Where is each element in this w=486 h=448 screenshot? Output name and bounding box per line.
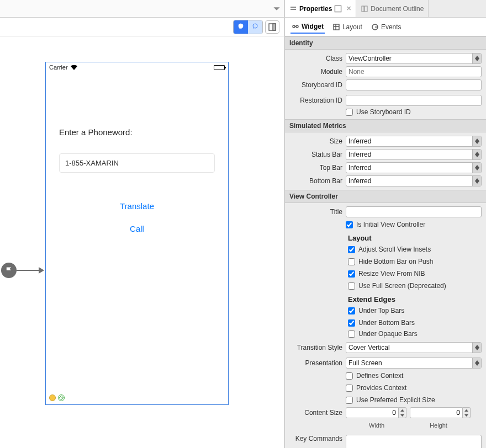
use-full-screen-checkbox[interactable]: Use Full Screen (Deprecated) <box>348 282 446 290</box>
phoneword-input[interactable]: 1-855-XAMARIN <box>59 153 215 173</box>
provides-context-checkbox[interactable]: Provides Context <box>346 384 406 392</box>
svg-rect-3 <box>273 24 276 30</box>
close-icon[interactable]: ✕ <box>346 5 351 12</box>
scene-add-icon[interactable] <box>58 394 65 401</box>
frames-mode-button[interactable] <box>248 20 262 34</box>
svg-rect-8 <box>364 6 367 12</box>
svg-rect-6 <box>335 6 341 12</box>
layout-panel-button[interactable] <box>265 20 279 34</box>
top-bar-select[interactable]: Inferred <box>346 162 482 173</box>
class-select[interactable]: ViewController <box>346 53 482 64</box>
pin-icon[interactable] <box>334 5 342 13</box>
phoneword-label: Enter a Phoneword: <box>59 127 215 137</box>
section-identity: Identity <box>285 36 486 50</box>
widget-icon <box>292 23 299 30</box>
module-field[interactable] <box>346 66 482 77</box>
svg-point-10 <box>296 25 298 28</box>
layout-icon <box>332 23 340 31</box>
under-opaque-checkbox[interactable]: Under Opaque Bars <box>348 330 418 338</box>
defines-context-checkbox[interactable]: Defines Context <box>346 372 403 380</box>
is-initial-checkbox[interactable]: Is Initial View Controller <box>346 221 425 228</box>
document-outline-icon <box>361 5 368 13</box>
wifi-icon <box>70 65 78 71</box>
designer-toolbar <box>0 18 284 36</box>
restoration-id-field[interactable] <box>346 95 482 106</box>
layout-heading: Layout <box>348 234 372 242</box>
svg-point-0 <box>239 24 243 28</box>
dropdown-chevron-icon[interactable] <box>273 5 281 13</box>
panel-tabs: Properties ✕ Document Outline <box>285 0 486 18</box>
constraints-mode-button[interactable] <box>234 20 248 34</box>
under-bottom-checkbox[interactable]: Under Bottom Bars <box>348 319 415 327</box>
transition-select[interactable]: Cover Vertical <box>346 342 482 353</box>
properties-subtabs: Widget Layout Events <box>285 18 486 36</box>
use-pref-size-checkbox[interactable]: Use Preferred Explicit Size <box>346 396 435 404</box>
content-width-stepper[interactable] <box>346 407 406 418</box>
section-simulated-metrics: Simulated Metrics <box>285 119 486 132</box>
resize-nib-checkbox[interactable]: Resize View From NIB <box>348 270 425 278</box>
bottom-bar-select[interactable]: Inferred <box>346 175 482 186</box>
section-view-controller: View Controller <box>285 190 486 203</box>
under-top-checkbox[interactable]: Under Top Bars <box>348 307 404 314</box>
subtab-events[interactable]: Events <box>370 21 403 33</box>
call-button[interactable]: Call <box>59 224 215 233</box>
content-height-stepper[interactable] <box>410 407 471 418</box>
vc-title-field[interactable] <box>346 206 482 217</box>
initial-vc-arrow[interactable] <box>1 263 44 278</box>
extend-edges-heading: Extend Edges <box>348 295 395 303</box>
key-commands-list[interactable] <box>346 435 482 448</box>
status-bar-select[interactable]: Inferred <box>346 149 482 160</box>
designer-top-bar <box>0 0 284 18</box>
svg-point-1 <box>253 24 257 28</box>
tab-properties[interactable]: Properties ✕ <box>285 0 356 17</box>
presentation-select[interactable]: Full Screen <box>346 358 482 369</box>
status-bar: Carrier <box>46 62 228 72</box>
svg-point-9 <box>293 25 295 28</box>
adjust-scroll-checkbox[interactable]: Adjust Scroll View Insets <box>348 246 431 253</box>
carrier-label: Carrier <box>49 64 68 71</box>
scene-warning-icon[interactable] <box>49 394 56 401</box>
svg-rect-7 <box>362 6 364 12</box>
translate-button[interactable]: Translate <box>59 201 215 211</box>
properties-icon <box>289 5 297 13</box>
svg-rect-5 <box>290 9 296 10</box>
svg-rect-11 <box>334 24 339 30</box>
subtab-layout[interactable]: Layout <box>331 21 363 33</box>
use-storyboard-id-checkbox[interactable]: Use Storyboard ID <box>346 108 411 116</box>
entry-flag-icon <box>1 263 17 278</box>
storyboard-id-field[interactable] <box>346 79 482 90</box>
hide-bottom-checkbox[interactable]: Hide Bottom Bar on Push <box>348 258 433 265</box>
events-icon <box>371 23 379 31</box>
device-frame[interactable]: Carrier Enter a Phoneword: 1-855-XAMARIN… <box>45 62 229 405</box>
svg-rect-4 <box>290 7 296 8</box>
tab-document-outline[interactable]: Document Outline <box>356 0 429 17</box>
subtab-widget[interactable]: Widget <box>290 20 325 34</box>
battery-icon <box>214 65 225 70</box>
size-select[interactable]: Inferred <box>346 136 482 147</box>
storyboard-canvas[interactable]: Carrier Enter a Phoneword: 1-855-XAMARIN… <box>0 36 284 448</box>
